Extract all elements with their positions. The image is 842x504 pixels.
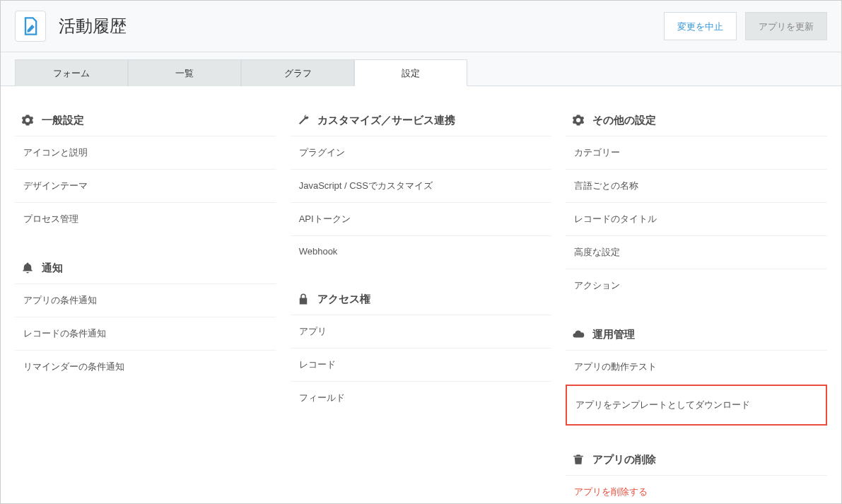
notifications-head: 通知 [15, 255, 276, 283]
gear-icon [571, 113, 585, 127]
tabs-bar: フォーム 一覧 グラフ 設定 [1, 52, 841, 86]
settings-col-3: その他の設定 カテゴリー 言語ごとの名称 レコードのタイトル 高度な設定 アクシ… [559, 107, 834, 504]
section-label: カスタマイズ／サービス連携 [317, 114, 455, 127]
operation-management-head: 運用管理 [566, 322, 827, 350]
gear-icon [21, 113, 35, 127]
item-access-app[interactable]: アプリ [291, 315, 552, 348]
app-title: 活動履歴 [59, 15, 655, 37]
item-category[interactable]: カテゴリー [566, 136, 827, 169]
app-header: 活動履歴 変更を中止 アプリを更新 [1, 1, 841, 52]
item-record-notification[interactable]: レコードの条件通知 [15, 317, 276, 350]
section-label: その他の設定 [592, 114, 656, 127]
app-delete-head: アプリの削除 [566, 447, 827, 475]
item-plugin[interactable]: プラグイン [291, 136, 552, 169]
general-settings-head: 一般設定 [15, 107, 276, 136]
item-design-theme[interactable]: デザインテーマ [15, 169, 276, 202]
section-label: アプリの削除 [592, 453, 656, 467]
item-app-notification[interactable]: アプリの条件通知 [15, 283, 276, 317]
item-app-test[interactable]: アプリの動作テスト [566, 350, 827, 383]
trash-icon [571, 452, 585, 467]
bell-icon [21, 261, 35, 275]
item-record-title[interactable]: レコードのタイトル [566, 202, 827, 235]
cancel-changes-button[interactable]: 変更を中止 [664, 12, 737, 40]
customize-head: カスタマイズ／サービス連携 [291, 107, 552, 136]
app-icon [15, 11, 46, 42]
other-settings-head: その他の設定 [566, 107, 827, 136]
item-language-name[interactable]: 言語ごとの名称 [566, 169, 827, 202]
access-head: アクセス権 [291, 286, 552, 315]
settings-col-1: 一般設定 アイコンと説明 デザインテーマ プロセス管理 通知 アプリの条件通知 … [8, 107, 283, 504]
item-webhook[interactable]: Webhook [291, 235, 552, 266]
item-process-management[interactable]: プロセス管理 [15, 202, 276, 235]
section-label: 一般設定 [42, 114, 84, 127]
tab-list[interactable]: 一覧 [128, 59, 241, 86]
settings-content: 一般設定 アイコンと説明 デザインテーマ プロセス管理 通知 アプリの条件通知 … [1, 86, 841, 504]
tab-form[interactable]: フォーム [15, 59, 128, 86]
cloud-icon [571, 327, 585, 341]
item-advanced-settings[interactable]: 高度な設定 [566, 235, 827, 269]
item-api-token[interactable]: APIトークン [291, 202, 552, 235]
tab-graph[interactable]: グラフ [241, 59, 354, 86]
tab-settings[interactable]: 設定 [354, 59, 467, 86]
item-action[interactable]: アクション [566, 269, 827, 302]
wrench-icon [296, 113, 310, 127]
section-label: 運用管理 [592, 328, 635, 341]
section-label: アクセス権 [317, 293, 370, 306]
lock-icon [296, 292, 310, 306]
item-template-download[interactable]: アプリをテンプレートとしてダウンロード [566, 385, 827, 426]
update-app-button[interactable]: アプリを更新 [745, 12, 827, 40]
section-label: 通知 [42, 262, 63, 275]
item-js-css[interactable]: JavaScript / CSSでカスタマイズ [291, 169, 552, 202]
item-delete-app[interactable]: アプリを削除する [566, 475, 827, 504]
document-edit-icon [21, 16, 40, 36]
item-icon-description[interactable]: アイコンと説明 [15, 136, 276, 169]
settings-col-2: カスタマイズ／サービス連携 プラグイン JavaScript / CSSでカスタ… [283, 107, 559, 504]
item-access-field[interactable]: フィールド [291, 381, 552, 414]
item-access-record[interactable]: レコード [291, 348, 552, 381]
item-reminder-notification[interactable]: リマインダーの条件通知 [15, 350, 276, 383]
